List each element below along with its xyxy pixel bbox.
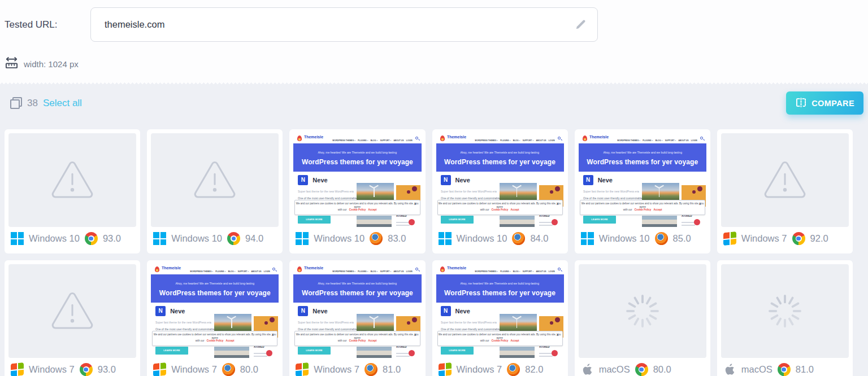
red-ornament (552, 350, 558, 356)
browser-version: 94.0 (245, 233, 263, 244)
tested-url-input[interactable] (90, 7, 598, 42)
screenshot-card[interactable]: Themeisle WORDPRESS THEMES PLUGINS BLOG … (289, 129, 425, 253)
site-hero-subtitle: Ahoy, me hearties! We are Themeisle and … (293, 282, 421, 285)
site-nav-item: PLUGINS (358, 139, 368, 142)
screenshot-card[interactable]: Windows 10 94.0 (147, 129, 283, 253)
browser-version: 93.0 (98, 364, 116, 375)
screenshot-card[interactable]: Windows 7 92.0 (717, 129, 853, 253)
browser-version: 81.0 (796, 364, 814, 375)
red-ornament (694, 219, 700, 225)
site-nav-item: WORDPRESS THEMES (332, 270, 355, 273)
site-hero-title: WordPress themes for yer voyage (293, 158, 421, 166)
house-photo (500, 347, 535, 358)
browser-version: 92.0 (810, 233, 828, 244)
cookie-banner: We and our partners use cookies to deliv… (580, 200, 705, 215)
browser-icon (512, 232, 525, 245)
screenshot-preview[interactable]: Themeisle WORDPRESS THEMES PLUGINS BLOG … (579, 133, 706, 227)
site-nav-item: WORDPRESS THEMES (617, 139, 640, 142)
screenshot-card[interactable]: Themeisle WORDPRESS THEMES PLUGINS BLOG … (432, 260, 568, 376)
site-nav-item: BLOG (513, 139, 520, 142)
results-toolbar: 38 Select all COMPARE (0, 84, 868, 115)
screenshot-card[interactable]: Windows 10 93.0 (5, 129, 140, 253)
width-indicator: width: 1024 px (5, 56, 863, 72)
site-hero-subtitle: Ahoy, me hearties! We are Themeisle and … (293, 151, 421, 154)
site-screenshot: Themeisle WORDPRESS THEMES PLUGINS BLOG … (579, 133, 706, 227)
screenshot-preview[interactable] (151, 133, 279, 227)
warning-icon (190, 159, 240, 202)
site-search-icon (558, 268, 561, 270)
cookie-close-icon: X (414, 203, 416, 206)
screenshot-card[interactable]: macOS 80.0 (575, 260, 710, 376)
screenshot-card[interactable]: Themeisle WORDPRESS THEMES PLUGINS BLOG … (575, 129, 710, 253)
cookie-text: We and our partners use cookies to deliv… (581, 202, 704, 208)
site-hero-title: WordPress themes for yer voyage (579, 158, 706, 166)
screenshot-card[interactable]: Themeisle WORDPRESS THEMES PLUGINS BLOG … (147, 260, 283, 376)
cookie-text-prefix: with our (196, 339, 205, 342)
cookie-close-icon: X (557, 334, 558, 336)
screenshots-count-icon (10, 97, 22, 109)
themeisle-logo-text: Themeisle (162, 266, 181, 270)
card-footer: Windows 7 92.0 (721, 232, 849, 245)
os-name: Windows 10 (314, 233, 364, 244)
cookie-accept-link: Accept (368, 208, 377, 211)
site-nav-item: SUPPORT (523, 270, 533, 273)
card-footer: Windows 10 84.0 (436, 232, 564, 245)
learn-more-button: LEARN MORE (155, 347, 188, 355)
screenshot-preview[interactable] (721, 133, 849, 227)
site-header: Themeisle WORDPRESS THEMES PLUGINS BLOG … (579, 133, 706, 143)
screenshot-preview[interactable] (579, 264, 706, 358)
select-all-link[interactable]: Select all (43, 98, 82, 109)
cookie-banner: We and our partners use cookies to deliv… (437, 200, 563, 215)
site-body: N Neve Super fast theme for the new Word… (436, 303, 564, 358)
site-search-icon (700, 137, 703, 139)
site-hero-subtitle: Ahoy, me hearties! We are Themeisle and … (436, 151, 564, 154)
edit-url-button[interactable] (574, 18, 588, 32)
screenshot-preview[interactable] (8, 264, 136, 358)
browser-version: 85.0 (673, 233, 691, 244)
os-name: Windows 7 (171, 364, 217, 375)
browser-icon (778, 363, 791, 376)
screenshot-card[interactable]: Themeisle WORDPRESS THEMES PLUGINS BLOG … (289, 260, 425, 376)
site-hero: Ahoy, me hearties! We are Themeisle and … (436, 143, 564, 172)
screenshot-preview[interactable] (721, 264, 849, 358)
screenshot-card[interactable]: Themeisle WORDPRESS THEMES PLUGINS BLOG … (432, 129, 568, 253)
screenshot-card[interactable]: Windows 7 93.0 (5, 260, 140, 376)
neve-logo: N (298, 306, 308, 316)
screenshot-preview[interactable]: Themeisle WORDPRESS THEMES PLUGINS BLOG … (293, 264, 421, 358)
site-body: N Neve Super fast theme for the new Word… (293, 172, 421, 227)
card-footer: Windows 7 80.0 (151, 363, 279, 376)
os-name: Windows 10 (599, 233, 650, 244)
site-nav: WORDPRESS THEMES PLUGINS BLOG SUPPORT AB… (473, 139, 555, 142)
windmill-photo (500, 183, 537, 202)
os-icon (296, 232, 309, 245)
browser-version: 80.0 (240, 364, 258, 375)
learn-more-button: LEARN MORE (441, 216, 474, 224)
site-hero-title: WordPress themes for yer voyage (151, 289, 279, 297)
screenshot-preview[interactable]: Themeisle WORDPRESS THEMES PLUGINS BLOG … (436, 264, 564, 358)
screenshot-preview[interactable]: Themeisle WORDPRESS THEMES PLUGINS BLOG … (293, 133, 421, 227)
warning-icon (47, 290, 97, 333)
results-section: 38 Select all COMPARE (0, 81, 868, 376)
app: Tested URL: (0, 0, 868, 376)
cookie-banner: We and our partners use cookies to deliv… (152, 331, 277, 346)
screenshot-preview[interactable] (8, 133, 136, 227)
themeisle-logo-icon (155, 266, 159, 272)
screenshot-preview[interactable]: Themeisle WORDPRESS THEMES PLUGINS BLOG … (151, 264, 279, 358)
site-hero: Ahoy, me hearties! We are Themeisle and … (579, 143, 706, 172)
screenshot-preview[interactable]: Themeisle WORDPRESS THEMES PLUGINS BLOG … (436, 133, 564, 227)
os-name: Windows 7 (457, 364, 502, 375)
os-name: Windows 10 (171, 233, 222, 244)
screenshot-card[interactable]: macOS 81.0 (717, 260, 853, 376)
neve-logo: N (583, 175, 593, 185)
site-hero-subtitle: Ahoy, me hearties! We are Themeisle and … (579, 151, 706, 154)
browser-icon (792, 232, 805, 245)
site-nav-item: PLUGINS (215, 270, 225, 273)
house-photo (500, 216, 535, 227)
compare-button[interactable]: COMPARE (786, 91, 863, 115)
compare-icon (795, 98, 807, 109)
cookie-banner: We and our partners use cookies to deliv… (294, 331, 420, 346)
card-footer: macOS 81.0 (721, 363, 849, 376)
cookie-policy-link: Cookie Policy (207, 339, 224, 342)
os-name: Windows 7 (314, 364, 359, 375)
site-nav-item: ABOUT US (679, 139, 689, 142)
